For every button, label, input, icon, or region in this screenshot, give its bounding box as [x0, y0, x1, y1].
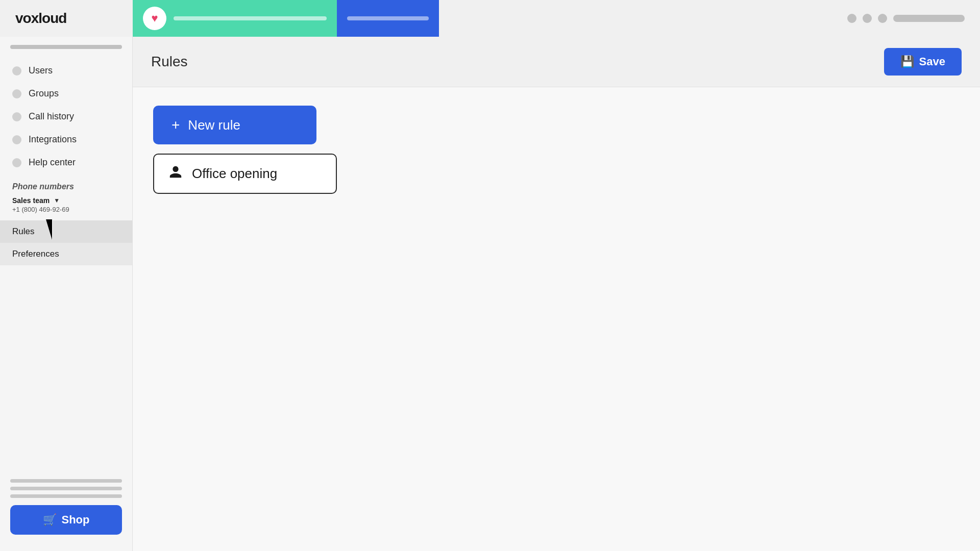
phone-team-header[interactable]: Sales team ▼: [12, 196, 120, 205]
topbar-right: [541, 14, 980, 23]
phone-number-text: +1 (800) 469-92-69: [12, 206, 120, 213]
sidebar-item-help-center-label: Help center: [29, 157, 76, 168]
logo: voxloud: [0, 10, 133, 27]
users-icon: [12, 66, 21, 76]
sidebar-item-integrations[interactable]: Integrations: [0, 128, 132, 151]
main-content: Rules 💾 Save + New rule Office opening: [133, 37, 980, 551]
sidebar-top-bar: [10, 45, 122, 49]
phone-sub-items: Rules Preferences: [0, 220, 132, 265]
new-rule-label: New rule: [188, 117, 240, 133]
sidebar-item-users-label: Users: [29, 65, 53, 76]
integrations-icon: [12, 135, 21, 144]
topbar-blue-section: [337, 0, 439, 37]
team-name-label: Sales team: [12, 196, 50, 205]
sidebar-item-groups[interactable]: Groups: [0, 82, 132, 105]
sidebar-item-integrations-label: Integrations: [29, 134, 77, 145]
sidebar-item-groups-label: Groups: [29, 88, 59, 99]
topbar: voxloud ♥: [0, 0, 980, 37]
new-rule-button[interactable]: + New rule: [153, 106, 316, 144]
page-title: Rules: [151, 54, 188, 70]
topbar-dot-2: [863, 14, 872, 23]
groups-icon: [12, 89, 21, 98]
sidebar-item-users[interactable]: Users: [0, 59, 132, 82]
main-body: + New rule Office opening: [133, 87, 980, 212]
sidebar-bottom: 🛒 Shop: [0, 471, 132, 543]
topbar-pill: [893, 15, 965, 22]
sidebar: Users Groups Call history Integrations H…: [0, 37, 133, 551]
dropdown-arrow-icon: ▼: [54, 197, 60, 204]
sidebar-item-call-history[interactable]: Call history: [0, 105, 132, 128]
topbar-blue-progress: [347, 16, 429, 20]
phone-numbers-title: Phone numbers: [12, 182, 120, 191]
save-icon: 💾: [900, 55, 914, 68]
sidebar-bar-2: [10, 487, 122, 490]
save-label: Save: [919, 55, 945, 68]
shop-label: Shop: [62, 513, 90, 527]
heart-button[interactable]: ♥: [143, 7, 166, 30]
topbar-green-section: ♥: [133, 0, 337, 37]
save-button[interactable]: 💾 Save: [884, 48, 962, 76]
sidebar-item-rules[interactable]: Rules: [0, 220, 132, 243]
layout: Users Groups Call history Integrations H…: [0, 37, 980, 551]
main-header: Rules 💾 Save: [133, 37, 980, 87]
sidebar-bar-3: [10, 494, 122, 498]
office-opening-card[interactable]: Office opening: [153, 154, 337, 194]
call-history-icon: [12, 112, 21, 121]
cart-icon: 🛒: [43, 513, 57, 527]
sidebar-item-call-history-label: Call history: [29, 111, 74, 122]
phone-numbers-section: Phone numbers Sales team ▼ +1 (800) 469-…: [0, 174, 132, 217]
sidebar-bar-1: [10, 479, 122, 483]
sidebar-item-help-center[interactable]: Help center: [0, 151, 132, 174]
topbar-green-progress: [174, 16, 327, 20]
plus-icon: +: [172, 117, 180, 133]
help-center-icon: [12, 158, 21, 167]
topbar-center: ♥: [133, 0, 541, 37]
topbar-dot-1: [847, 14, 856, 23]
topbar-dot-3: [878, 14, 887, 23]
sidebar-item-preferences[interactable]: Preferences: [0, 243, 132, 265]
heart-icon: ♥: [151, 12, 158, 25]
shop-button[interactable]: 🛒 Shop: [10, 505, 122, 535]
person-icon: [168, 165, 183, 183]
office-opening-label: Office opening: [192, 166, 277, 182]
